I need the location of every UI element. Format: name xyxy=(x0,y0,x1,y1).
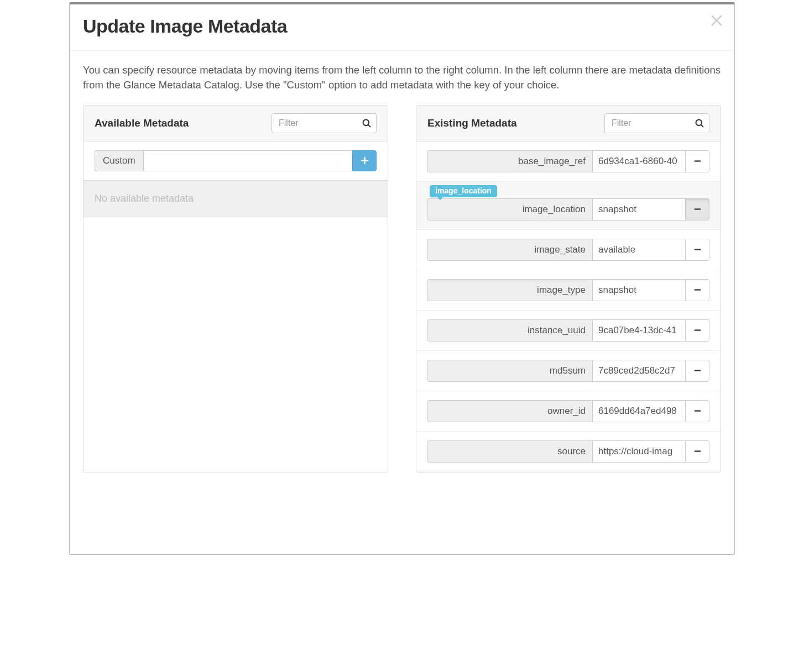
metadata-row: image_type xyxy=(427,279,709,301)
metadata-row: owner_id xyxy=(427,400,709,422)
metadata-value-input[interactable] xyxy=(592,239,685,261)
metadata-row: md5sum xyxy=(427,360,709,382)
custom-metadata-row: Custom xyxy=(83,141,388,181)
metadata-value-input[interactable] xyxy=(592,198,685,221)
close-button[interactable] xyxy=(708,12,725,30)
metadata-value-input[interactable] xyxy=(592,319,685,342)
close-icon xyxy=(711,14,723,27)
minus-icon xyxy=(694,158,701,165)
columns: Available Metadata Custom N xyxy=(83,105,721,473)
svg-rect-3 xyxy=(361,160,368,161)
remove-metadata-button[interactable] xyxy=(685,279,709,301)
svg-rect-7 xyxy=(694,208,700,209)
remove-metadata-button[interactable] xyxy=(685,239,709,261)
metadata-value-input[interactable] xyxy=(592,400,685,422)
metadata-key: md5sum xyxy=(427,360,592,382)
svg-rect-8 xyxy=(694,249,700,250)
existing-filter-wrap xyxy=(604,113,709,133)
metadata-value-input[interactable] xyxy=(592,440,685,463)
metadata-item-image_state: image_state xyxy=(416,230,721,270)
metadata-row: image_location xyxy=(427,198,709,221)
modal-header: Update Image Metadata xyxy=(70,4,734,51)
modal-update-image-metadata: Update Image Metadata You can specify re… xyxy=(69,2,735,555)
remove-metadata-button[interactable] xyxy=(685,440,709,463)
add-custom-button[interactable] xyxy=(352,150,377,171)
minus-icon xyxy=(694,246,701,253)
metadata-key: owner_id xyxy=(427,400,592,422)
existing-metadata-list: base_image_refimage_locationimage_locati… xyxy=(416,141,721,472)
metadata-item-image_location: image_locationimage_location xyxy=(416,182,721,230)
metadata-row: instance_uuid xyxy=(427,319,709,342)
metadata-key: source xyxy=(427,440,592,463)
remove-metadata-button[interactable] xyxy=(685,198,709,221)
minus-icon xyxy=(694,407,701,414)
available-header: Available Metadata xyxy=(83,106,388,141)
metadata-value-input[interactable] xyxy=(592,360,685,382)
svg-rect-6 xyxy=(694,160,700,161)
custom-label: Custom xyxy=(95,150,143,171)
minus-icon xyxy=(694,367,701,374)
available-empty-message: No available metadata xyxy=(83,181,388,217)
tooltip-badge: image_location xyxy=(430,185,497,198)
existing-header: Existing Metadata xyxy=(416,106,721,141)
remove-metadata-button[interactable] xyxy=(685,360,709,382)
metadata-row: image_state xyxy=(427,239,709,261)
available-metadata-panel: Available Metadata Custom N xyxy=(83,105,388,473)
metadata-item-md5sum: md5sum xyxy=(416,351,721,391)
metadata-key: image_type xyxy=(427,279,592,301)
metadata-value-input[interactable] xyxy=(592,279,685,301)
custom-key-input[interactable] xyxy=(143,150,352,171)
metadata-value-input[interactable] xyxy=(592,150,685,172)
metadata-row: base_image_ref xyxy=(427,150,709,172)
minus-icon xyxy=(694,448,701,455)
metadata-row: source xyxy=(427,440,709,463)
metadata-item-instance_uuid: instance_uuid xyxy=(416,311,721,351)
metadata-item-owner_id: owner_id xyxy=(416,391,721,432)
existing-heading: Existing Metadata xyxy=(427,117,517,129)
existing-filter-input[interactable] xyxy=(604,113,709,133)
remove-metadata-button[interactable] xyxy=(685,400,709,422)
svg-rect-9 xyxy=(694,289,700,290)
metadata-item-base_image_ref: base_image_ref xyxy=(416,141,721,182)
metadata-key: image_state xyxy=(427,239,592,261)
modal-description: You can specify resource metadata by mov… xyxy=(83,63,721,93)
metadata-key: base_image_ref xyxy=(427,150,592,172)
remove-metadata-button[interactable] xyxy=(685,150,709,172)
svg-rect-10 xyxy=(694,329,700,330)
metadata-key: instance_uuid xyxy=(427,319,592,342)
remove-metadata-button[interactable] xyxy=(685,319,709,342)
minus-icon xyxy=(694,327,701,334)
metadata-key: image_location xyxy=(427,198,592,221)
custom-input-group: Custom xyxy=(95,150,377,171)
plus-icon xyxy=(361,156,369,165)
metadata-item-source: source xyxy=(416,432,721,472)
svg-rect-13 xyxy=(694,450,700,452)
svg-rect-12 xyxy=(694,410,700,411)
metadata-item-image_type: image_type xyxy=(416,270,721,311)
available-heading: Available Metadata xyxy=(95,117,189,129)
existing-metadata-panel: Existing Metadata base_image_refimage_lo… xyxy=(416,105,721,473)
modal-title: Update Image Metadata xyxy=(83,15,721,37)
modal-body: You can specify resource metadata by mov… xyxy=(70,51,734,473)
minus-icon xyxy=(694,286,701,293)
available-filter-wrap xyxy=(272,113,377,133)
svg-rect-11 xyxy=(694,370,700,371)
minus-icon xyxy=(694,206,701,213)
available-filter-input[interactable] xyxy=(272,113,377,133)
